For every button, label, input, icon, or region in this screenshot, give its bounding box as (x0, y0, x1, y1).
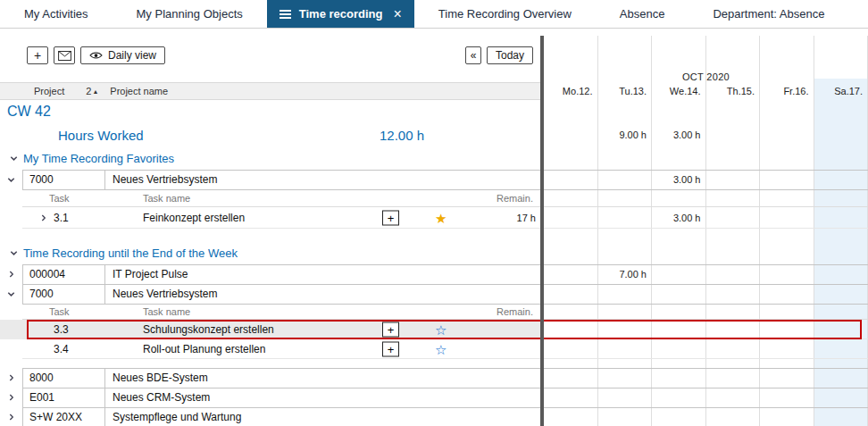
today-button[interactable]: Today (487, 46, 533, 64)
task-column-header: Task (49, 193, 143, 204)
project-row-sw20xx[interactable]: S+W 20XX Systempflege und Wartung (0, 407, 868, 426)
day-hours-cell[interactable]: 7.00 h (598, 264, 653, 284)
favorite-star-icon[interactable]: ★ (435, 212, 447, 225)
day-total-cell (760, 123, 814, 146)
favorite-star-outline-icon[interactable]: ☆ (435, 343, 447, 356)
month-row: OCT 2020 (0, 70, 868, 82)
task-row-3-4[interactable]: 3.4 Roll-out Planung erstellen + ☆ (0, 339, 868, 359)
day-header-sa: Sa.17. (814, 82, 868, 100)
project-row-e001[interactable]: E001 Neues CRM-System (0, 388, 868, 407)
panel-splitter[interactable] (540, 36, 544, 426)
day-header-mo: Mo.12. (544, 82, 598, 100)
hours-worked-total: 12.00 h (380, 128, 424, 143)
project-name: Neues Vertriebsystem (105, 170, 540, 189)
task-column-header: Task (49, 306, 143, 317)
chevron-right-icon[interactable] (0, 393, 22, 402)
chevron-down-icon[interactable] (0, 175, 22, 185)
day-hours-cell[interactable] (760, 264, 814, 284)
day-hours-cell[interactable] (544, 170, 598, 189)
add-time-entry-button[interactable]: + (382, 211, 399, 226)
day-hours-cell[interactable] (652, 264, 706, 284)
day-hours-cell[interactable] (814, 264, 868, 284)
day-hours-cell[interactable] (706, 170, 761, 189)
task-row-3-3[interactable]: 3.3 Schulungskonzept erstellen + ☆ (0, 320, 868, 339)
day-hours-cell[interactable] (760, 207, 814, 229)
project-id: 000004 (22, 264, 105, 284)
tab-label: My Activities (24, 7, 88, 21)
add-time-entry-button[interactable]: + (382, 342, 399, 357)
previous-week-button[interactable]: « (465, 46, 481, 64)
project-id: E001 (22, 388, 105, 407)
tab-bar: My Activities My Planning Objects Time r… (0, 0, 868, 29)
day-hours-cell[interactable] (544, 207, 598, 229)
day-hours-cell[interactable] (598, 170, 653, 189)
project-row-000004[interactable]: 000004 IT Project Pulse 7.00 h (0, 264, 868, 284)
day-header-we: We.14. (652, 82, 706, 100)
day-hours-cell[interactable] (706, 264, 761, 284)
section-favorites[interactable]: My Time Recording Favorites (0, 146, 868, 170)
tab-department-absence[interactable]: Department: Absence (689, 0, 848, 28)
tab-label: My Planning Objects (137, 7, 243, 21)
project-row-7000[interactable]: 7000 Neues Vertriebsystem (0, 284, 868, 304)
chevron-right-icon[interactable] (0, 270, 22, 279)
favorite-star-outline-icon[interactable]: ☆ (435, 323, 447, 337)
project-column-header[interactable]: Project (34, 86, 64, 96)
today-label: Today (496, 49, 524, 62)
project-name-column-header[interactable]: Project name (110, 86, 168, 96)
toolbar-row: + Daily view « Today (0, 29, 868, 70)
sort-indicator[interactable]: 2▲ (86, 86, 98, 96)
chevron-down-icon[interactable] (4, 154, 23, 163)
add-time-entry-button[interactable]: + (382, 322, 399, 338)
chevron-right-icon[interactable] (0, 413, 22, 422)
day-header-tu: Tu.13. (598, 82, 653, 100)
daily-view-label: Daily view (108, 49, 156, 62)
task-name-column-header: Task name (143, 193, 497, 204)
day-total-cell: 3.00 h (652, 123, 706, 146)
daily-view-button[interactable]: Daily view (80, 46, 165, 64)
task-id: 3.3 (54, 323, 143, 336)
tab-my-planning-objects[interactable]: My Planning Objects (113, 0, 267, 28)
day-hours-cell[interactable] (544, 264, 598, 284)
chevron-down-icon[interactable] (0, 289, 22, 299)
day-hours-cell[interactable] (814, 207, 868, 229)
day-header-th: Th.15. (706, 82, 761, 100)
tab-time-recording[interactable]: Time recording × (267, 0, 414, 28)
tab-time-recording-overview[interactable]: Time Recording Overview (414, 0, 596, 28)
remain-column-header: Remain. (497, 306, 533, 317)
hours-worked-label: Hours Worked (58, 128, 144, 143)
chevron-right-icon[interactable] (39, 213, 54, 222)
tab-label: Time recording (299, 7, 383, 21)
spacer (0, 359, 868, 368)
day-hours-cell[interactable]: 3.00 h (652, 170, 706, 189)
day-hours-cell[interactable] (760, 170, 814, 189)
create-entry-button[interactable]: + (27, 46, 48, 64)
day-hours-cell[interactable] (598, 207, 653, 229)
project-name: IT Project Pulse (105, 264, 540, 284)
day-hours-cell[interactable]: 3.00 h (652, 207, 706, 229)
chevron-down-icon[interactable] (4, 248, 23, 258)
task-name: Feinkonzept erstellen (143, 212, 245, 224)
project-row-favorites-7000[interactable]: 7000 Neues Vertriebsystem 3.00 h (0, 170, 868, 189)
section-until-week-end[interactable]: Time Recording until the End of the Week (0, 241, 868, 264)
spacer (0, 229, 868, 241)
day-hours-cell[interactable] (814, 170, 868, 189)
time-recording-content: + Daily view « Today OCT 2020 Project 2▲… (0, 29, 868, 426)
envelope-icon (58, 51, 71, 61)
tab-label: Absence (620, 7, 665, 21)
tab-absence[interactable]: Absence (596, 0, 689, 28)
task-name-column-header: Task name (143, 306, 497, 317)
calendar-week-label: CW 42 (7, 104, 51, 120)
day-hours-cell[interactable] (706, 207, 761, 229)
day-total-cell (706, 123, 761, 146)
hours-worked-row: Hours Worked 12.00 h 9.00 h 3.00 h (0, 123, 868, 146)
project-row-8000[interactable]: 8000 Neues BDE-System (0, 368, 868, 388)
tab-label: Time Recording Overview (438, 7, 572, 21)
mail-button[interactable] (54, 46, 75, 64)
task-row-3-1[interactable]: 3.1 Feinkonzept erstellen + ★ 17 h 3.00 … (0, 207, 868, 229)
tab-my-activities[interactable]: My Activities (0, 0, 113, 28)
section-title: My Time Recording Favorites (23, 152, 174, 165)
project-name: Neues BDE-System (105, 368, 540, 388)
remain-column-header: Remain. (497, 193, 533, 204)
chevron-right-icon[interactable] (0, 373, 22, 382)
close-icon[interactable]: × (393, 7, 401, 21)
